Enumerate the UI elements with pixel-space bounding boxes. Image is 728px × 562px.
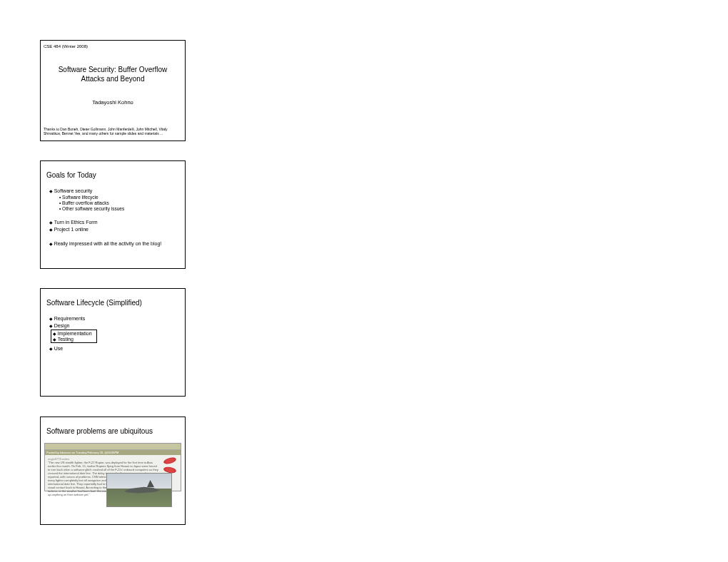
slide-heading: Software Lifecycle (Simplified) [41, 289, 185, 312]
bullet-list: Requirements Design Implementation Testi… [41, 312, 185, 354]
slide-ubiquitous: Software problems are ubiquitous Posted … [40, 417, 186, 525]
slide-goals: Goals for Today Software security Softwa… [40, 160, 186, 269]
forum-meta: Posted by kdawson on Tuesday February 26… [45, 450, 181, 455]
slide-title: CSE 484 (Winter 2008) Software Security:… [40, 40, 186, 141]
bullet-item: Testing [51, 337, 92, 342]
sub-bullet-item: Other software security issues [46, 206, 179, 211]
course-code: CSE 484 (Winter 2008) [41, 41, 185, 50]
plane-body-shape [124, 485, 160, 495]
fighter-jet-image [106, 473, 172, 507]
bullet-item: Design [46, 323, 179, 328]
bullet-item: Really impressed with all the activity o… [46, 241, 179, 246]
bullet-item: Software security [46, 188, 179, 193]
author-name: Tadayoshi Kohno [41, 83, 185, 106]
presentation-title: Software Security: Buffer Overflow Attac… [41, 50, 185, 83]
title-line-1: Software Security: Buffer Overflow [59, 66, 168, 73]
slide-lifecycle: Software Lifecycle (Simplified) Requirem… [40, 288, 186, 397]
bullet-item: Project 1 online [46, 227, 179, 232]
sub-bullet-item: Buffer overflow attacks [46, 200, 179, 205]
bullet-item: Requirements [46, 316, 179, 321]
slide-heading: Goals for Today [41, 161, 185, 185]
bullet-item: Turn in Ethics Form [46, 220, 179, 225]
slide-heading: Software problems are ubiquitous [41, 417, 185, 441]
forum-title-bar [45, 444, 181, 450]
credits-text: Thanks to Dan Boneh, Dieter Gollmann, Jo… [44, 127, 182, 136]
title-line-2: Attacks and Beyond [81, 75, 145, 83]
bullet-item: Implementation [51, 331, 92, 336]
sub-bullet-item: Software lifecycle [46, 195, 179, 200]
plane-tail-shape [147, 480, 154, 487]
bullet-item: Use [46, 346, 179, 351]
highlighted-box: Implementation Testing [51, 329, 97, 343]
bullet-list: Software security Software lifecycle Buf… [41, 185, 185, 249]
